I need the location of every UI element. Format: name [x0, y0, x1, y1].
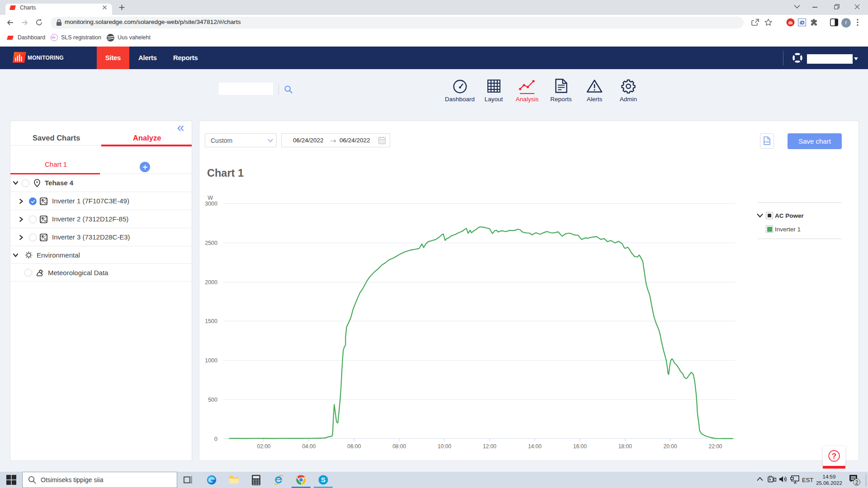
svg-text:S: S [321, 476, 326, 483]
svg-text:?: ? [832, 452, 836, 460]
svg-text:iD: iD [800, 20, 805, 25]
svg-text:CSV: CSV [764, 141, 770, 143]
